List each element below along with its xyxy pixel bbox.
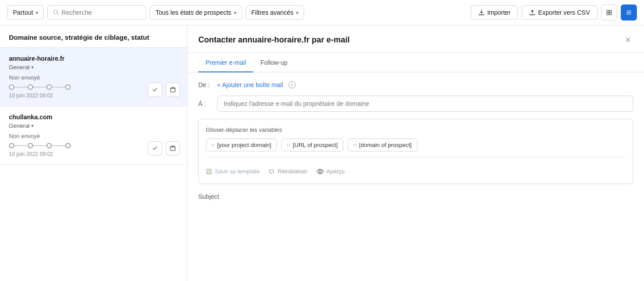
left-panel-header: Domaine source, stratégie de ciblage, st… — [0, 25, 187, 48]
svg-rect-2 — [607, 10, 609, 12]
svg-rect-5 — [610, 13, 611, 15]
progress-dot-4 — [65, 143, 71, 148]
status-chevron-icon: ▾ — [234, 10, 236, 15]
scope-dropdown[interactable]: Partout ▾ — [7, 5, 44, 20]
svg-point-22 — [319, 170, 321, 172]
check-button[interactable] — [148, 83, 162, 97]
svg-rect-14 — [171, 147, 175, 151]
progress-dot-1 — [9, 84, 14, 90]
strategy-dropdown[interactable]: General ▾ — [9, 64, 178, 71]
check-button[interactable] — [148, 141, 162, 155]
progress-segment-3 — [52, 87, 65, 88]
close-button[interactable]: × — [623, 34, 633, 45]
svg-rect-3 — [610, 10, 611, 12]
search-box — [47, 5, 146, 20]
progress-dot-4 — [65, 84, 71, 90]
progress-segment-1 — [14, 87, 28, 88]
save-template-button[interactable]: Save as template — [206, 166, 259, 176]
svg-rect-9 — [171, 88, 175, 92]
scope-label: Partout — [13, 9, 33, 16]
prospect-item[interactable]: annuaire-horaire.fr General ▾ Non envoyé… — [0, 48, 187, 106]
to-row: À : — [198, 96, 633, 112]
check-icon — [152, 145, 158, 151]
left-panel: Domaine source, stratégie de ciblage, st… — [0, 25, 188, 281]
preview-label: Aperçu — [326, 168, 345, 175]
search-icon — [53, 9, 59, 16]
strategy-label: General — [9, 64, 29, 71]
save-template-label: Save as template — [215, 168, 259, 175]
add-mailbox-button[interactable]: + Ajouter une boîte mail — [217, 81, 283, 88]
variable-label: [URL of prospect] — [293, 142, 338, 148]
trash-icon — [170, 87, 176, 93]
check-icon — [152, 87, 158, 93]
variable-tag-project-domain[interactable]: [your project domain] — [206, 138, 277, 151]
prospect-actions — [148, 141, 180, 155]
progress-line — [9, 143, 71, 148]
scope-chevron-icon: ▾ — [36, 10, 38, 15]
status-label: Non envoyé — [9, 74, 178, 81]
to-label: À : — [198, 100, 212, 107]
filters-label: Filtres avancés — [251, 9, 293, 16]
variable-tag-domain-prospect[interactable]: [domain of prospect] — [348, 138, 418, 151]
progress-dot-1 — [9, 143, 14, 148]
to-input[interactable] — [217, 96, 633, 112]
export-icon — [529, 9, 535, 16]
export-button[interactable]: Exporter vers CSV — [522, 5, 598, 20]
variables-box: Glisser-déplacer les variables [your pro… — [198, 119, 633, 184]
svg-rect-4 — [607, 13, 609, 15]
save-template-icon — [206, 168, 212, 175]
reset-button[interactable]: Réinitialiser — [268, 166, 307, 176]
tab-followup[interactable]: Follow-up — [253, 53, 295, 72]
email-form: De : + Ajouter une boîte mail i À : Glis… — [188, 72, 644, 193]
panel-title: Contacter annuaire-horaire.fr par e-mail — [198, 35, 350, 45]
reset-label: Réinitialiser — [277, 168, 307, 175]
variables-title: Glisser-déplacer les variables — [206, 126, 626, 133]
trash-icon — [170, 145, 176, 151]
export-label: Exporter vers CSV — [538, 9, 590, 16]
import-label: Importer — [487, 9, 510, 16]
import-icon — [478, 9, 485, 16]
status-label: Non envoyé — [9, 133, 178, 139]
list-view-button[interactable] — [621, 4, 637, 21]
drag-handle-icon — [212, 144, 214, 146]
status-dropdown[interactable]: Tous les états de prospects ▾ — [150, 5, 242, 20]
delete-button[interactable] — [166, 83, 180, 97]
delete-button[interactable] — [166, 141, 180, 155]
preview-icon — [317, 168, 324, 175]
strategy-chevron-icon: ▾ — [31, 123, 33, 128]
progress-segment-2 — [33, 87, 46, 88]
strategy-dropdown[interactable]: General ▾ — [9, 122, 178, 129]
right-panel-header: Contacter annuaire-horaire.fr par e-mail… — [188, 25, 644, 53]
progress-line — [9, 84, 71, 90]
status-label: Tous les états de prospects — [155, 9, 231, 16]
progress-segment-1 — [14, 145, 28, 146]
svg-rect-20 — [208, 169, 210, 171]
divider — [206, 157, 626, 157]
search-input[interactable] — [62, 9, 140, 16]
progress-dot-2 — [28, 84, 33, 90]
list-icon — [626, 9, 632, 16]
prospect-item[interactable]: chullanka.com General ▾ Non envoyé 10 ju… — [0, 106, 187, 165]
import-button[interactable]: Importer — [471, 5, 518, 20]
filters-dropdown[interactable]: Filtres avancés ▾ — [246, 5, 304, 20]
strategy-chevron-icon: ▾ — [31, 65, 33, 70]
preview-button[interactable]: Aperçu — [317, 166, 345, 176]
variable-tag-url-prospect[interactable]: [URL of prospect] — [281, 138, 343, 151]
toolbar: Partout ▾ Tous les états de prospects ▾ … — [0, 0, 644, 25]
prospect-actions — [148, 83, 180, 97]
from-row: De : + Ajouter une boîte mail i — [198, 81, 633, 88]
svg-line-1 — [57, 13, 58, 15]
filters-chevron-icon: ▾ — [296, 10, 298, 15]
tab-premier-email[interactable]: Premier e-mail — [198, 53, 253, 72]
drag-handle-icon — [287, 144, 290, 146]
info-icon: i — [289, 81, 296, 88]
variables-list: [your project domain] [URL of prospect] — [206, 138, 626, 151]
toolbar-left: Partout ▾ Tous les états de prospects ▾ … — [7, 5, 467, 20]
grid-view-button[interactable] — [601, 4, 617, 21]
svg-rect-21 — [208, 172, 211, 173]
domain-name: chullanka.com — [9, 113, 178, 121]
left-panel-title: Domaine source, stratégie de ciblage, st… — [9, 33, 178, 42]
form-actions: Save as template Réinitialiser — [206, 163, 626, 176]
variable-label: [domain of prospect] — [359, 142, 412, 148]
tabs: Premier e-mail Follow-up — [188, 53, 644, 72]
